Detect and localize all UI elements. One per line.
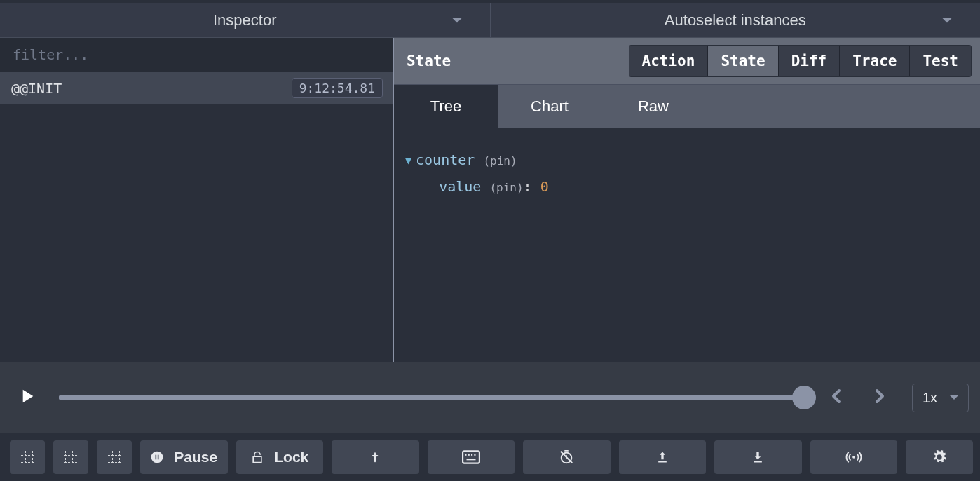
tab-action[interactable]: Action [629, 46, 709, 76]
tree-node-value[interactable]: value (pin): 0 [405, 173, 969, 200]
timer-off-icon [559, 449, 574, 465]
svg-point-0 [151, 452, 163, 463]
subtab-chart[interactable]: Chart [498, 85, 601, 128]
timer-off-button[interactable] [523, 440, 611, 474]
tab-test[interactable]: Test [910, 46, 971, 76]
state-panel: State Action State Diff Trace Test Tree … [394, 38, 980, 362]
footer-toolbar: Pause Lock [0, 433, 980, 481]
pause-label: Pause [174, 449, 217, 466]
lock-label: Lock [274, 449, 308, 466]
grid-icon [107, 450, 121, 464]
tree-value: 0 [540, 178, 549, 195]
grid-icon [64, 450, 78, 464]
slider-track [59, 395, 804, 400]
svg-rect-8 [466, 459, 475, 460]
tree-key: value [439, 178, 481, 195]
chevron-down-icon [452, 18, 462, 22]
svg-rect-2 [158, 455, 159, 460]
topbar-instances-label: Autoselect instances [665, 11, 806, 29]
action-time-badge: 9:12:54.81 [292, 78, 383, 98]
pin-icon [369, 449, 381, 465]
chevron-down-icon [942, 18, 952, 22]
topbar-instances-dropdown[interactable]: Autoselect instances [491, 3, 981, 37]
grid-icon [20, 450, 34, 464]
lock-button[interactable]: Lock [236, 440, 324, 474]
speed-select[interactable]: 1x [912, 384, 969, 412]
download-button[interactable] [714, 440, 802, 474]
action-row[interactable]: @@INIT 9:12:54.81 [0, 72, 393, 104]
playback-slider[interactable] [59, 395, 804, 400]
playback-bar: 1x [0, 362, 980, 433]
svg-point-12 [852, 456, 855, 459]
keyboard-icon [462, 450, 480, 464]
pin-button[interactable] [332, 440, 419, 474]
dispatch-button[interactable] [428, 440, 515, 474]
speed-label: 1x [923, 390, 937, 406]
action-list-panel: @@INIT 9:12:54.81 [0, 38, 394, 362]
download-icon [751, 449, 765, 465]
filter-input[interactable] [0, 38, 393, 72]
svg-rect-3 [463, 451, 479, 463]
upload-button[interactable] [619, 440, 707, 474]
gear-icon [932, 449, 947, 465]
action-name: @@INIT [11, 80, 62, 97]
pause-recording-button[interactable]: Pause [140, 440, 228, 474]
svg-rect-1 [156, 455, 157, 460]
pin-label[interactable]: (pin) [483, 154, 517, 168]
svg-rect-5 [468, 454, 469, 456]
broadcast-icon [845, 449, 862, 465]
topbar-inspector-dropdown[interactable]: Inspector [0, 3, 491, 37]
settings-button[interactable] [906, 440, 973, 474]
svg-rect-11 [754, 461, 762, 463]
svg-rect-4 [465, 454, 466, 456]
tab-state[interactable]: State [708, 46, 778, 76]
slider-handle[interactable] [792, 386, 816, 409]
subtab-tree[interactable]: Tree [394, 85, 498, 128]
pause-icon [150, 450, 164, 464]
next-action-button[interactable] [869, 385, 891, 410]
tree-node-counter[interactable]: ▼counter (pin) [405, 147, 969, 173]
prev-action-button[interactable] [825, 385, 848, 410]
chevron-down-icon [950, 395, 958, 400]
panel-layout-2-button[interactable] [53, 440, 88, 474]
tab-trace[interactable]: Trace [840, 46, 910, 76]
chevron-left-icon [825, 385, 848, 407]
svg-rect-6 [471, 454, 472, 456]
state-panel-title: State [407, 53, 451, 69]
inspector-tabs: Action State Diff Trace Test [629, 45, 972, 77]
expand-arrow-icon: ▼ [405, 151, 411, 171]
tab-diff[interactable]: Diff [779, 46, 841, 76]
lock-icon [250, 450, 264, 464]
state-panel-header: State Action State Diff Trace Test [394, 38, 980, 85]
upload-icon [655, 449, 669, 465]
remote-button[interactable] [810, 440, 898, 474]
svg-rect-10 [658, 461, 667, 463]
tree-key: counter [416, 151, 475, 168]
chevron-right-icon [869, 385, 891, 407]
topbar: Inspector Autoselect instances [0, 0, 980, 38]
main-panels: @@INIT 9:12:54.81 State Action State Dif… [0, 38, 980, 362]
svg-rect-7 [474, 454, 475, 456]
panel-layout-3-button[interactable] [97, 440, 132, 474]
pin-label[interactable]: (pin) [489, 181, 523, 194]
state-tree: ▼counter (pin) value (pin): 0 [394, 128, 980, 362]
topbar-inspector-label: Inspector [213, 11, 277, 29]
play-button[interactable] [15, 385, 38, 410]
view-subtabs: Tree Chart Raw [394, 85, 980, 128]
panel-layout-1-button[interactable] [10, 440, 45, 474]
play-icon [15, 385, 38, 407]
subtab-raw[interactable]: Raw [601, 85, 705, 128]
